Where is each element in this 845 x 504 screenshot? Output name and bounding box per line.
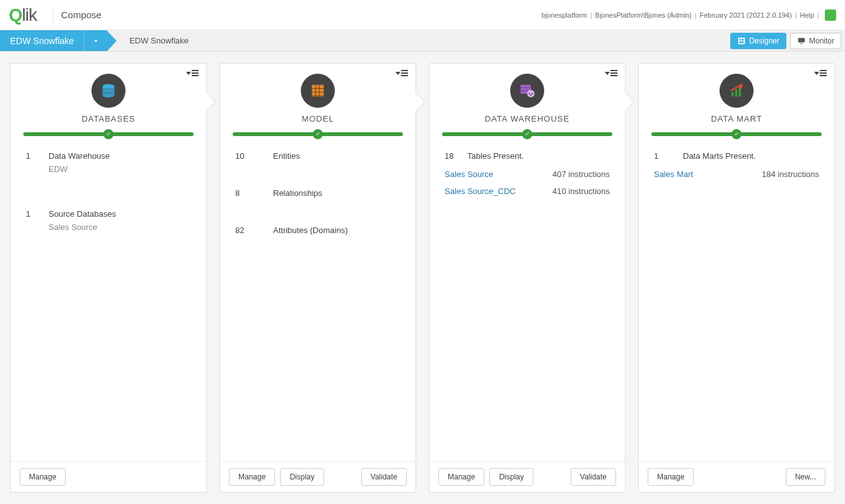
hamburger-icon	[820, 70, 827, 76]
dropdown-icon	[605, 72, 610, 75]
card-title: DATA MART	[711, 114, 762, 123]
card-menu-dwh[interactable]	[605, 70, 617, 76]
svg-rect-1	[739, 38, 741, 40]
brand-q: Q	[9, 5, 22, 25]
card-footer: Manage Display Validate	[220, 461, 416, 492]
user-label[interactable]: BjonesPlatform\Bjones (Admin)	[595, 11, 692, 19]
help-link[interactable]: Help	[800, 11, 815, 19]
stat-label: Data Marts Present.	[683, 151, 819, 161]
card-title: DATABASES	[81, 114, 135, 123]
stat-data-warehouse: 1 Data Warehouse	[26, 151, 191, 161]
stat-relationships: 8 Relationships	[235, 188, 400, 198]
task-link-sales-source-cdc[interactable]: Sales Source_CDC	[445, 186, 516, 196]
card-model: MODEL 10 Entities 8 Relationships 82 Att…	[219, 63, 416, 493]
task-instructions: 407 instructions	[552, 169, 610, 179]
stat-marts: 1 Data Marts Present.	[654, 151, 819, 161]
hamburger-icon	[401, 70, 408, 76]
product-name: Compose	[53, 6, 109, 24]
card-menu-databases[interactable]	[186, 70, 199, 76]
mart-icon	[720, 74, 754, 108]
card-body: 10 Entities 8 Relationships 82 Attribute…	[220, 141, 416, 461]
stat-label: Entities	[273, 151, 400, 161]
database-icon	[91, 74, 125, 108]
validate-button[interactable]: Validate	[571, 468, 616, 486]
svg-rect-3	[739, 41, 743, 43]
warehouse-icon	[510, 74, 544, 108]
model-icon	[301, 74, 335, 108]
svg-point-21	[530, 94, 532, 96]
card-data-mart: DATA MART 1 Data Marts Present. Sales Ma…	[638, 63, 835, 493]
monitor-label: Monitor	[809, 37, 834, 45]
card-body: 1 Data Marts Present. Sales Mart 184 ins…	[639, 141, 834, 461]
header-right: bjonesplatform | BjonesPlatform\Bjones (…	[542, 9, 836, 21]
svg-rect-5	[800, 43, 803, 43]
stat-count: 1	[654, 151, 683, 161]
display-button[interactable]: Display	[489, 468, 533, 486]
task-row: Sales Mart 184 instructions	[654, 169, 819, 179]
progress-bar	[23, 132, 194, 136]
breadcrumb-item[interactable]: EDW Snowflake	[129, 36, 189, 45]
stat-count: 82	[235, 226, 273, 235]
task-row: Sales Source 407 instructions	[445, 169, 610, 179]
task-link-sales-source[interactable]: Sales Source	[445, 169, 493, 179]
stat-count: 8	[235, 188, 273, 198]
svg-point-18	[527, 90, 535, 98]
nav-project-dropdown[interactable]	[84, 30, 107, 51]
card-body: 18 Tables Present. Sales Source 407 inst…	[429, 141, 625, 461]
card-databases: DATABASES 1 Data Warehouse EDW 1 Source …	[10, 63, 207, 493]
stat-label: Relationships	[273, 188, 400, 198]
navbar: EDW Snowflake EDW Snowflake Designer Mon…	[0, 30, 845, 52]
card-body: 1 Data Warehouse EDW 1 Source Databases …	[11, 141, 206, 461]
dropdown-icon	[395, 72, 400, 75]
card-footer: Manage	[11, 461, 206, 492]
task-link-sales-mart[interactable]: Sales Mart	[654, 169, 693, 179]
display-button[interactable]: Display	[280, 468, 323, 486]
task-instructions: 184 instructions	[762, 169, 819, 179]
svg-rect-2	[742, 38, 744, 40]
card-menu-mart[interactable]	[814, 70, 827, 76]
card-header: MODEL	[220, 64, 416, 123]
task-row: Sales Source_CDC 410 instructions	[445, 186, 610, 196]
designer-label: Designer	[749, 37, 779, 45]
progress-bar	[233, 132, 403, 136]
svg-rect-9	[312, 85, 324, 97]
task-instructions: 410 instructions	[552, 186, 610, 196]
stat-entities: 10 Entities	[235, 151, 400, 161]
svg-point-19	[528, 93, 530, 94]
card-footer: Manage New...	[639, 461, 834, 492]
progress-check-icon	[522, 129, 532, 139]
manage-button[interactable]: Manage	[648, 468, 694, 486]
version-label: February 2021 (2021.2.0.194)	[700, 11, 792, 19]
stat-attributes: 82 Attributes (Domains)	[235, 226, 400, 235]
stat-label: Attributes (Domains)	[273, 226, 400, 235]
chevron-down-icon	[91, 37, 100, 45]
manage-button[interactable]: Manage	[438, 468, 484, 486]
card-data-warehouse: DATA WAREHOUSE 18 Tables Present. Sales …	[429, 63, 626, 493]
card-footer: Manage Display Validate	[429, 461, 625, 492]
tenant-label[interactable]: bjonesplatform	[542, 11, 587, 19]
new-button[interactable]: New...	[786, 468, 825, 486]
dropdown-icon	[186, 72, 191, 75]
progress-bar	[651, 132, 822, 136]
svg-rect-22	[731, 92, 734, 96]
manage-button[interactable]: Manage	[20, 468, 66, 486]
nav-project[interactable]: EDW Snowflake	[0, 30, 84, 51]
monitor-icon	[797, 37, 806, 45]
stat-source-databases: 1 Source Databases	[26, 209, 191, 219]
monitor-tab[interactable]: Monitor	[790, 33, 841, 49]
stat-count: 1	[26, 209, 49, 219]
stat-count: 10	[235, 151, 273, 161]
card-title: DATA WAREHOUSE	[485, 114, 569, 123]
validate-button[interactable]: Validate	[361, 468, 407, 486]
brand-tm: .	[38, 16, 39, 22]
chat-icon[interactable]	[825, 9, 836, 21]
manage-button[interactable]: Manage	[229, 468, 275, 486]
nav-project-label: EDW Snowflake	[10, 36, 74, 46]
svg-point-20	[532, 93, 533, 94]
card-title: MODEL	[301, 114, 334, 123]
card-menu-model[interactable]	[395, 70, 408, 76]
designer-tab[interactable]: Designer	[730, 33, 786, 49]
workspace: DATABASES 1 Data Warehouse EDW 1 Source …	[0, 52, 845, 504]
brand-rest: lik	[22, 5, 37, 25]
hamburger-icon	[610, 70, 617, 76]
